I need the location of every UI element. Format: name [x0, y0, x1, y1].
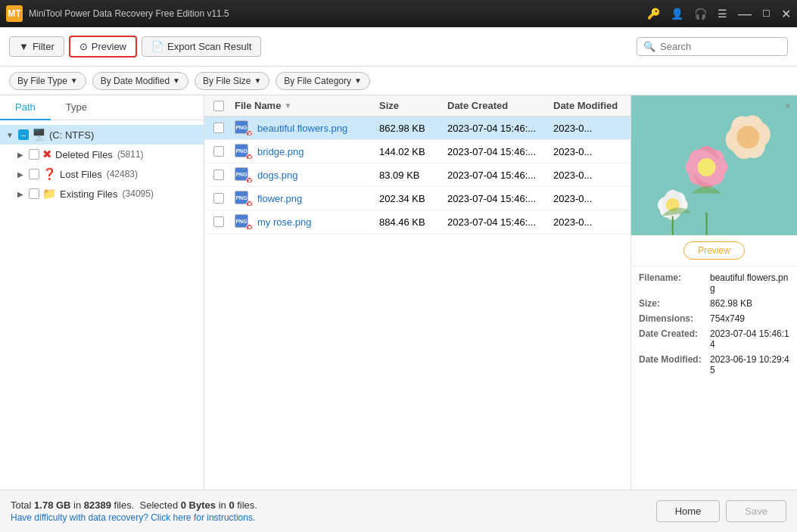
info-filename-row: Filename: beautiful flowers.png [639, 272, 789, 294]
info-size-row: Size: 862.98 KB [639, 298, 789, 309]
header-checkbox[interactable] [213, 101, 224, 111]
file-name-link[interactable]: bridge.png [257, 146, 379, 157]
file-date-created: 2023-07-04 15:46:... [447, 170, 553, 181]
file-name-link[interactable]: flower.png [257, 193, 379, 204]
title-bar: MT MiniTool Power Data Recovery Free Edi… [0, 0, 797, 27]
app-logo: MT [6, 5, 23, 22]
filter-by-file-size[interactable]: By File Size ▼ [195, 72, 269, 90]
close-preview-icon[interactable]: × [785, 100, 791, 112]
chevron-down-icon: ▼ [354, 76, 362, 85]
date-created-label: Date Created: [639, 328, 707, 350]
tree-root-checkbox[interactable]: – [18, 129, 29, 140]
file-status-badge: ✖ [246, 130, 253, 135]
menu-icon[interactable]: ☰ [718, 8, 727, 20]
hard-drive-icon: 🖥️ [32, 128, 46, 142]
key-icon[interactable]: 🔑 [647, 8, 660, 20]
column-size: Size [379, 100, 447, 111]
status-text: Total 1.78 GB in 82389 files. Selected 0… [11, 499, 257, 511]
file-name-link[interactable]: my rose.png [257, 216, 379, 228]
table-row[interactable]: PNG ✖ flower.png 202.34 KB 2023-07-04 15… [204, 187, 630, 210]
filter-by-file-type-label: By File Type [17, 76, 67, 86]
file-status-badge: ✖ [246, 154, 253, 159]
tree-item-lost[interactable]: ▶ ❓ Lost Files (42483) [11, 164, 204, 184]
export-icon: 📄 [151, 41, 163, 52]
filter-button[interactable]: ▼ Filter [9, 36, 64, 57]
file-date-modified: 2023-0... [553, 170, 621, 181]
file-status-badge: ✖ [246, 224, 253, 229]
file-date-modified: 2023-0... [553, 216, 621, 228]
file-size: 884.46 KB [379, 216, 447, 228]
headphones-icon[interactable]: 🎧 [694, 8, 707, 20]
file-date-created: 2023-07-04 15:46:... [447, 216, 553, 228]
close-icon[interactable]: ✕ [781, 7, 791, 21]
filter-icon: ▼ [19, 41, 29, 52]
tree-item-existing[interactable]: ▶ 📁 Existing Files (34095) [11, 184, 204, 204]
row-checkbox[interactable] [213, 193, 224, 204]
deleted-files-checkbox[interactable] [29, 149, 39, 160]
filter-by-date-modified[interactable]: By Date Modified ▼ [92, 72, 188, 90]
file-icon: PNG ✖ [235, 214, 250, 229]
file-tree: ▼ – 🖥️ (C: NTFS) ▶ ✖ Deleted Files (5811… [0, 120, 204, 490]
column-date-created: Date Created [447, 100, 553, 111]
search-input[interactable] [660, 41, 781, 52]
minimize-icon[interactable]: — [738, 7, 752, 20]
table-row[interactable]: PNG ✖ my rose.png 884.46 KB 2023-07-04 1… [204, 210, 630, 234]
row-checkbox[interactable] [213, 170, 224, 180]
row-checkbox[interactable] [213, 146, 224, 157]
file-size: 144.02 KB [379, 146, 447, 157]
row-checkbox[interactable] [213, 216, 224, 227]
file-date-created: 2023-07-04 15:46:... [447, 146, 553, 157]
dimensions-label: Dimensions: [639, 313, 707, 324]
help-link[interactable]: Have difficulty with data recovery? Clic… [11, 512, 257, 523]
tab-type[interactable]: Type [51, 95, 102, 120]
size-label: Size: [639, 298, 707, 309]
file-icon: PNG ✖ [235, 144, 250, 159]
svg-point-10 [698, 158, 716, 176]
deleted-icon: ✖ [42, 148, 52, 161]
chevron-down-icon: ▼ [173, 76, 180, 85]
chevron-down-icon: ▼ [254, 76, 261, 85]
column-file-name: File Name ▼ [235, 100, 379, 111]
tree-item-deleted[interactable]: ▶ ✖ Deleted Files (5811) [11, 145, 204, 164]
preview-button[interactable]: ⊙ Preview [69, 36, 137, 58]
account-icon[interactable]: 👤 [671, 8, 683, 20]
save-button[interactable]: Save [726, 500, 786, 522]
file-status-badge: ✖ [246, 177, 253, 182]
export-button[interactable]: 📄 Export Scan Result [142, 36, 261, 57]
lost-files-checkbox[interactable] [29, 169, 39, 179]
table-row[interactable]: PNG ✖ dogs.png 83.09 KB 2023-07-04 15:46… [204, 163, 630, 187]
filename-label: Filename: [639, 272, 707, 294]
tab-path[interactable]: Path [0, 95, 51, 120]
maximize-icon[interactable]: ☐ [762, 8, 771, 19]
preview-info: Filename: beautiful flowers.png Size: 86… [631, 266, 797, 381]
filter-by-file-category[interactable]: By File Category ▼ [276, 72, 370, 90]
preview-button-row: Preview [631, 235, 797, 266]
tree-root[interactable]: ▼ – 🖥️ (C: NTFS) [0, 125, 204, 145]
deleted-files-label: Deleted Files [55, 149, 113, 160]
size-value: 862.98 KB [710, 298, 752, 309]
expand-icon: ▶ [15, 190, 26, 198]
preview-panel: × [630, 95, 797, 490]
file-date-modified: 2023-0... [553, 123, 621, 134]
tabs-row: Path Type [0, 95, 204, 120]
preview-icon: ⊙ [79, 41, 88, 52]
existing-files-checkbox[interactable] [29, 188, 39, 199]
row-checkbox[interactable] [213, 123, 224, 133]
deleted-files-count: (5811) [117, 149, 144, 160]
search-icon: 🔍 [643, 41, 655, 52]
home-button[interactable]: Home [656, 500, 721, 522]
toolbar: ▼ Filter ⊙ Preview 📄 Export Scan Result … [0, 27, 797, 67]
filename-value: beautiful flowers.png [710, 272, 789, 294]
file-name-link[interactable]: beautiful flowers.png [257, 123, 379, 134]
filter-by-file-type[interactable]: By File Type ▼ [9, 72, 86, 90]
tree-children: ▶ ✖ Deleted Files (5811) ▶ ❓ Lost Files … [11, 145, 204, 204]
file-panel: File Name ▼ Size Date Created Date Modif… [204, 95, 630, 490]
file-date-created: 2023-07-04 15:46:... [447, 193, 553, 204]
file-name-link[interactable]: dogs.png [257, 170, 379, 181]
left-panel: Path Type ▼ – 🖥️ (C: NTFS) ▶ ✖ Deleted F… [0, 95, 204, 490]
table-row[interactable]: PNG ✖ bridge.png 144.02 KB 2023-07-04 15… [204, 140, 630, 163]
info-date-modified-row: Date Modified: 2023-06-19 10:29:45 [639, 354, 789, 375]
table-row[interactable]: PNG ✖ beautiful flowers.png 862.98 KB 20… [204, 117, 630, 140]
preview-action-button[interactable]: Preview [683, 241, 745, 260]
info-dimensions-row: Dimensions: 754x749 [639, 313, 789, 324]
